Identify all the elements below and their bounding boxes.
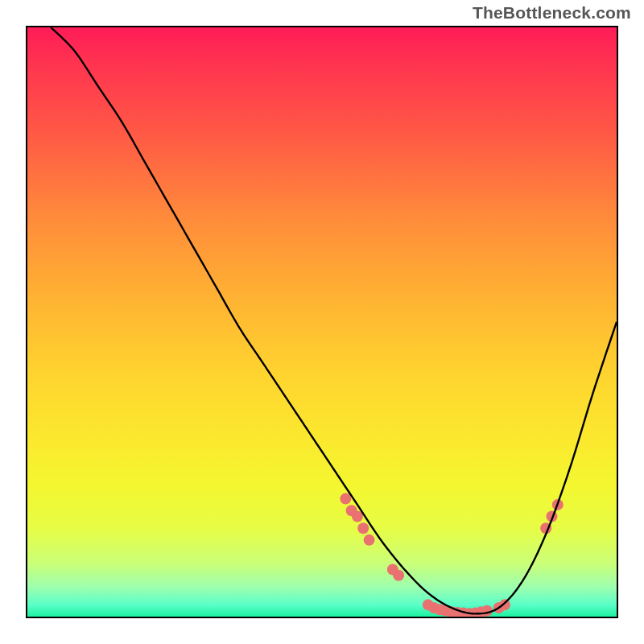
markers-group xyxy=(340,493,564,617)
data-marker xyxy=(357,522,369,534)
data-marker xyxy=(499,599,510,610)
data-marker xyxy=(352,511,363,522)
data-marker xyxy=(393,570,404,581)
data-marker xyxy=(340,493,351,505)
chart-svg xyxy=(27,27,617,617)
curve-line xyxy=(51,27,617,613)
chart-container: TheBottleneck.com xyxy=(0,0,644,644)
plot-area xyxy=(26,26,618,618)
data-marker xyxy=(364,535,375,546)
watermark-text: TheBottleneck.com xyxy=(473,3,631,23)
